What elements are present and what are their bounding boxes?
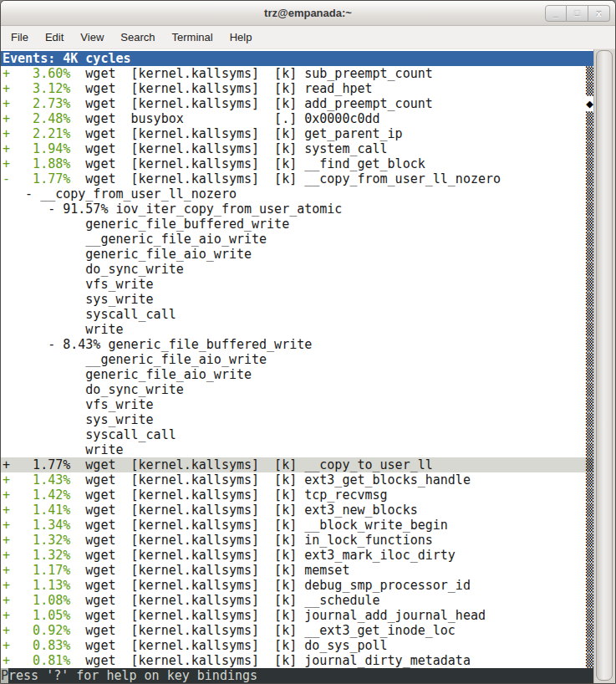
row-text: write [3,442,124,457]
row-text: + 1.32% wget [kernel.kallsyms] [k] in_lo… [3,533,433,548]
scroll-track-icon: ▒ [586,593,593,608]
callchain-row: generic_file_buffered_write▒ [1,217,593,232]
row-overhead-percent: + 1.32% [3,548,70,563]
row-symbol-info: wget [kernel.kallsyms] [k] do_sys_poll [70,638,387,653]
perf-entry-row[interactable]: + 2.48% wget busybox [.] 0x0000c0dd▒ [1,111,593,126]
maximize-button[interactable]: □ [567,5,588,22]
row-symbol-info: wget [kernel.kallsyms] [k] journal_add_j… [70,608,486,623]
perf-entry-row[interactable]: + 1.43% wget [kernel.kallsyms] [k] ext3_… [1,472,593,487]
perf-entry-row[interactable]: + 0.92% wget [kernel.kallsyms] [k] __ext… [1,623,593,638]
row-overhead-percent: + 1.77% [3,457,70,472]
menu-item-search[interactable]: Search [114,28,161,47]
terminal-cursor: P [1,668,8,683]
perf-entry-row[interactable]: + 1.32% wget [kernel.kallsyms] [k] ext3_… [1,548,593,563]
scroll-position-icon: ◆ [586,96,593,111]
row-text: - 1.77% wget [kernel.kallsyms] [k] __cop… [3,171,501,186]
close-button[interactable]: x [588,5,610,22]
callchain-row: generic_file_aio_write▒ [1,367,593,382]
perf-entry-row[interactable]: + 2.73% wget [kernel.kallsyms] [k] add_p… [1,96,593,111]
row-overhead-percent: + 0.81% [3,653,70,668]
row-symbol-info: wget [kernel.kallsyms] [k] ext3_get_bloc… [70,472,471,487]
perf-entry-row[interactable]: + 2.21% wget [kernel.kallsyms] [k] get_p… [1,126,593,141]
row-overhead-percent: + 1.17% [3,563,70,578]
row-overhead-percent: + 1.42% [3,487,70,503]
scroll-track-icon: ▒ [586,202,593,217]
perf-entry-row[interactable]: + 1.42% wget [kernel.kallsyms] [k] tcp_r… [1,487,593,503]
scroll-track-icon: ▒ [586,503,593,518]
scroll-track-icon: ▒ [586,277,593,292]
perf-entry-row[interactable]: + 1.34% wget [kernel.kallsyms] [k] __blo… [1,518,593,533]
row-text: write [3,322,124,337]
row-text: + 1.05% wget [kernel.kallsyms] [k] journ… [3,608,486,623]
scroll-track-icon: ▒ [586,608,593,623]
menu-item-help[interactable]: Help [223,28,259,47]
perf-entry-row[interactable]: + 1.88% wget [kernel.kallsyms] [k] __fin… [1,156,593,171]
callchain-row: do_sync_write▒ [1,382,593,397]
row-symbol-info: wget [kernel.kallsyms] [k] __ext3_get_in… [70,623,456,638]
perf-entry-row[interactable]: + 3.12% wget [kernel.kallsyms] [k] read_… [1,81,593,96]
scrollbar-track[interactable] [593,49,615,683]
row-text: sys_write [3,412,154,427]
scroll-track-icon: ▒ [586,457,593,472]
scroll-track-icon: ▒ [586,427,593,442]
perf-entry-row[interactable]: + 1.05% wget [kernel.kallsyms] [k] journ… [1,608,593,623]
terminal-screen[interactable]: Events: 4K cycles + 3.60% wget [kernel.k… [1,49,593,683]
minimize-button[interactable]: _ [545,5,567,22]
row-symbol-info: wget [kernel.kallsyms] [k] __copy_from_u… [70,171,501,186]
menu-item-file[interactable]: File [4,28,35,47]
perf-entry-row[interactable]: + 1.13% wget [kernel.kallsyms] [k] debug… [1,578,593,593]
row-text: + 2.48% wget busybox [.] 0x0000c0dd [3,111,380,126]
window-controls: _□x [545,5,610,22]
scroll-track-icon: ▒ [586,472,593,487]
title-bar[interactable]: trz@empanada:~ _□x [1,1,615,26]
menu-item-view[interactable]: View [74,28,110,47]
scroll-track-icon: ▒ [586,186,593,202]
row-text: generic_file_buffered_write [3,217,289,232]
maximize-icon: □ [574,8,580,18]
callchain-row: generic_file_aio_write▒ [1,247,593,262]
row-text: + 3.60% wget [kernel.kallsyms] [k] sub_p… [3,66,433,81]
row-symbol-info: wget [kernel.kallsyms] [k] get_parent_ip [70,126,402,141]
close-icon: x [596,8,601,18]
row-overhead-percent: + 1.43% [3,472,70,487]
row-overhead-percent: + 1.34% [3,518,70,533]
perf-entry-row[interactable]: + 0.83% wget [kernel.kallsyms] [k] do_sy… [1,638,593,653]
scroll-track-icon: ▒ [586,653,593,668]
perf-entry-row[interactable]: + 1.94% wget [kernel.kallsyms] [k] syste… [1,141,593,156]
scroll-track-icon: ▒ [586,292,593,307]
perf-status-bar: Press '?' for help on key bindings [1,668,593,683]
row-symbol-info: wget [kernel.kallsyms] [k] read_hpet [70,81,372,96]
scroll-track-icon: ▒ [586,217,593,232]
row-text: + 1.32% wget [kernel.kallsyms] [k] ext3_… [3,548,456,563]
menu-item-terminal[interactable]: Terminal [165,28,220,47]
row-text: + 0.81% wget [kernel.kallsyms] [k] journ… [3,653,471,668]
perf-entry-row[interactable]: + 1.32% wget [kernel.kallsyms] [k] in_lo… [1,533,593,548]
row-text: __generic_file_aio_write [3,232,267,247]
scroll-track-icon: ▒ [586,111,593,126]
scroll-track-icon: ▒ [586,141,593,156]
row-text: sys_write [3,292,154,307]
scroll-track-icon: ▒ [586,412,593,427]
row-overhead-percent: + 1.32% [3,533,70,548]
perf-entry-row[interactable]: + 3.60% wget [kernel.kallsyms] [k] sub_p… [1,66,593,81]
perf-entry-row[interactable]: + 1.08% wget [kernel.kallsyms] [k] __sch… [1,593,593,608]
perf-entry-row[interactable]: + 0.81% wget [kernel.kallsyms] [k] journ… [1,653,593,668]
callchain-row: syscall_call▒ [1,427,593,442]
perf-entry-row[interactable]: + 1.41% wget [kernel.kallsyms] [k] ext3_… [1,503,593,518]
perf-entry-row[interactable]: + 1.77% wget [kernel.kallsyms] [k] __cop… [1,457,593,472]
scroll-track-icon: ▒ [586,156,593,171]
row-symbol-info: wget [kernel.kallsyms] [k] sub_preempt_c… [70,66,432,81]
row-overhead-percent: - 1.77% [3,171,70,186]
scroll-track-icon: ▒ [586,66,593,81]
scroll-track-icon: ▒ [586,126,593,141]
terminal-content-area: Events: 4K cycles + 3.60% wget [kernel.k… [1,49,615,683]
perf-entry-row[interactable]: + 1.17% wget [kernel.kallsyms] [k] memse… [1,563,593,578]
row-symbol-info: wget [kernel.kallsyms] [k] ext3_new_bloc… [70,503,417,518]
scrollbar-thumb[interactable] [596,50,613,681]
menu-item-edit[interactable]: Edit [38,28,70,47]
scroll-track-icon: ▒ [586,247,593,262]
row-overhead-percent: + 0.83% [3,638,70,653]
perf-entry-row[interactable]: - 1.77% wget [kernel.kallsyms] [k] __cop… [1,171,593,186]
row-text: + 1.41% wget [kernel.kallsyms] [k] ext3_… [3,503,418,518]
row-symbol-info: wget [kernel.kallsyms] [k] __schedule [70,593,379,608]
